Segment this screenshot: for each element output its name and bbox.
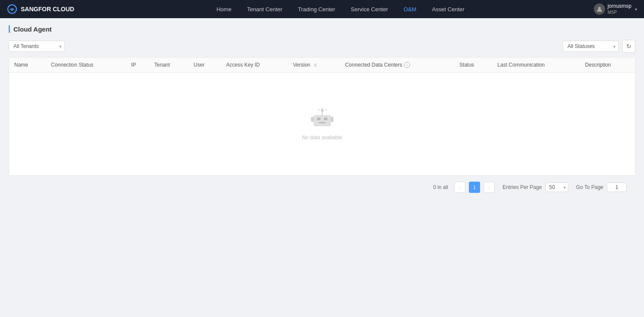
pagination-bar: 0 in all ‹ 1 › Entries Per Page 50 10 20… xyxy=(9,176,635,199)
status-filter[interactable]: All Statuses xyxy=(563,41,619,52)
page-content: Cloud Agent All Tenants ▾ All Statuses ▾… xyxy=(0,18,644,206)
empty-state: No data available xyxy=(9,73,635,175)
col-status: Status xyxy=(454,58,492,73)
go-to-page-input[interactable] xyxy=(607,183,627,192)
user-name: jornusmsp xyxy=(608,3,631,10)
data-table: Name Connection Status IP Tenant User Ac… xyxy=(9,58,635,175)
col-connection-status: Connection Status xyxy=(46,58,126,73)
svg-rect-7 xyxy=(311,117,314,122)
pagination-next-button[interactable]: › xyxy=(484,182,495,193)
col-name: Name xyxy=(9,58,46,73)
col-access-key-id: Access Key ID xyxy=(221,58,288,73)
svg-rect-5 xyxy=(324,118,327,120)
col-ip: IP xyxy=(126,58,149,73)
entries-per-page-select[interactable]: 50 10 20 100 xyxy=(545,183,568,192)
brand-name: SANGFOR CLOUD xyxy=(21,6,74,13)
nav-trading-center[interactable]: Trading Center xyxy=(290,0,343,18)
pagination-total: 0 in all xyxy=(433,184,448,190)
table-header: Name Connection Status IP Tenant User Ac… xyxy=(9,58,635,73)
nav-om[interactable]: O&M xyxy=(396,0,424,18)
user-role: MSP xyxy=(608,10,631,15)
col-user: User xyxy=(189,58,221,73)
col-last-communication: Last Communication xyxy=(492,58,580,73)
col-version[interactable]: Version ⇅ xyxy=(288,58,340,73)
brand-logo[interactable]: SANGFOR CLOUD xyxy=(7,4,74,14)
tenant-filter[interactable]: All Tenants xyxy=(9,41,65,52)
svg-rect-6 xyxy=(319,122,326,123)
toolbar-right: All Statuses ▾ ↻ xyxy=(563,40,635,53)
user-menu-chevron-icon: ▾ xyxy=(635,7,637,12)
brand-icon xyxy=(7,4,17,14)
tenant-filter-wrapper: All Tenants ▾ xyxy=(9,41,65,52)
svg-rect-4 xyxy=(317,118,320,120)
status-filter-wrapper: All Statuses ▾ xyxy=(563,41,619,52)
col-description: Description xyxy=(580,58,635,73)
svg-point-13 xyxy=(325,109,327,111)
pagination-prev-button[interactable]: ‹ xyxy=(454,182,465,193)
refresh-button[interactable]: ↻ xyxy=(622,40,635,53)
svg-point-11 xyxy=(318,109,320,111)
col-tenant: Tenant xyxy=(149,58,189,73)
pagination-page-1-button[interactable]: 1 xyxy=(469,182,480,193)
version-sort-icon: ⇅ xyxy=(314,63,317,67)
user-menu[interactable]: jornusmsp MSP ▾ xyxy=(594,3,637,16)
nav-tenant-center[interactable]: Tenant Center xyxy=(239,0,290,18)
toolbar: All Tenants ▾ All Statuses ▾ ↻ xyxy=(9,40,635,53)
entries-per-page-label: Entries Per Page xyxy=(503,184,542,190)
svg-rect-3 xyxy=(314,115,331,126)
empty-icon xyxy=(309,107,335,130)
nav-service-center[interactable]: Service Center xyxy=(343,0,396,18)
title-accent xyxy=(9,25,10,33)
entries-per-page-wrapper: 50 10 20 100 ▾ xyxy=(545,183,568,192)
table-body: No data available xyxy=(9,73,635,176)
connected-data-centers-info-icon[interactable]: i xyxy=(404,62,410,68)
navbar: SANGFOR CLOUD Home Tenant Center Trading… xyxy=(0,0,644,18)
empty-message: No data available xyxy=(302,134,342,141)
toolbar-left: All Tenants ▾ xyxy=(9,41,65,52)
data-table-container: Name Connection Status IP Tenant User Ac… xyxy=(9,57,635,176)
svg-point-1 xyxy=(11,9,13,11)
refresh-icon: ↻ xyxy=(626,43,631,50)
page-title: Cloud Agent xyxy=(13,26,52,33)
svg-rect-8 xyxy=(331,117,333,122)
avatar xyxy=(594,3,605,15)
svg-point-12 xyxy=(321,108,323,110)
user-info: jornusmsp MSP xyxy=(608,3,631,16)
col-connected-data-centers: Connected Data Centers i xyxy=(340,58,454,73)
nav-links: Home Tenant Center Trading Center Servic… xyxy=(87,0,594,18)
go-to-page-label: Go To Page xyxy=(576,184,603,190)
nav-home[interactable]: Home xyxy=(208,0,239,18)
page-title-bar: Cloud Agent xyxy=(9,25,635,33)
nav-asset-center[interactable]: Asset Center xyxy=(424,0,472,18)
